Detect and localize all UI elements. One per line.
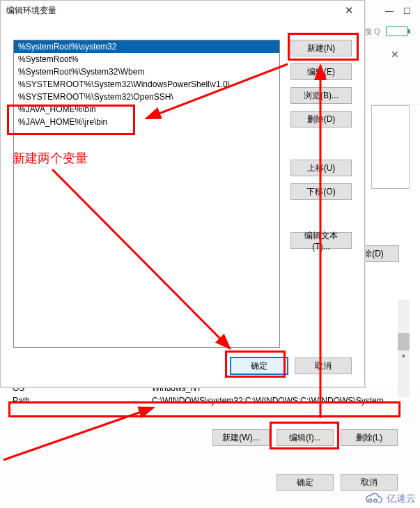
cancel-button[interactable]: 取消: [295, 357, 352, 374]
battery-icon: [386, 26, 408, 36]
window-minimize-icon: —: [385, 6, 396, 15]
list-item[interactable]: %SystemRoot%: [14, 53, 279, 66]
list-item[interactable]: %JAVA_HOME%\bin: [14, 103, 279, 116]
edit-i-button[interactable]: 编辑(I)...: [277, 429, 334, 446]
move-down-button[interactable]: 下移(O): [290, 183, 352, 200]
edit-button[interactable]: 编辑(E): [290, 63, 352, 80]
ok-button[interactable]: 确定: [277, 474, 334, 491]
search-hint: 搜 Q: [364, 26, 380, 37]
sysvar-button-row: 新建(W)... 编辑(I)... 删除(L): [212, 429, 398, 446]
list-item[interactable]: %SystemRoot%\System32\Wbem: [14, 66, 279, 78]
close-icon[interactable]: ✕: [391, 49, 399, 60]
watermark: 亿速云: [363, 493, 416, 505]
ok-button[interactable]: 确定: [231, 357, 288, 374]
dialog-title: 编辑环境变量: [6, 5, 56, 17]
svg-point-5: [374, 499, 378, 502]
dialog-bottom-row: 确定 取消: [277, 474, 398, 491]
delete-button[interactable]: 删除(D): [290, 111, 352, 128]
new-w-button[interactable]: 新建(W)...: [212, 429, 270, 446]
parent-preview-box: [371, 105, 410, 189]
edit-env-var-dialog: 编辑环境变量 ✕ %SystemRoot%\system32 %SystemRo…: [0, 0, 365, 387]
list-item[interactable]: %JAVA_HOME%\jre\bin: [14, 116, 279, 128]
svg-point-4: [368, 499, 372, 502]
browse-button[interactable]: 浏览(B)...: [290, 87, 352, 104]
titlebar: 编辑环境变量 ✕: [1, 1, 364, 20]
list-item[interactable]: %SYSTEMROOT%\System32\WindowsPowerShell\…: [14, 78, 279, 91]
watermark-text: 亿速云: [387, 493, 416, 505]
edit-text-button[interactable]: 编辑文本(T)...: [290, 232, 352, 249]
list-item[interactable]: %SystemRoot%\system32: [14, 40, 279, 53]
cloud-icon: [363, 493, 384, 505]
new-button[interactable]: 新建(N): [290, 40, 352, 56]
delete-l-button[interactable]: 删除(L): [341, 429, 398, 446]
cell-var-name: Path: [10, 396, 150, 406]
close-button[interactable]: ✕: [335, 1, 363, 20]
path-entries-list[interactable]: %SystemRoot%\system32 %SystemRoot% %Syst…: [13, 40, 280, 348]
cell-var-value: C:\WINDOWS\system32;C:\WINDOWS;C:\WINDOW…: [150, 396, 410, 406]
cancel-button[interactable]: 取消: [341, 474, 398, 491]
list-item[interactable]: %SYSTEMROOT%\System32\OpenSSH\: [14, 91, 279, 103]
move-up-button[interactable]: 上移(U): [290, 160, 352, 176]
svg-line-3: [3, 408, 153, 460]
window-maximize-icon: ☐: [403, 6, 414, 15]
scroll-down-arrow-icon[interactable]: ▼: [398, 351, 410, 362]
